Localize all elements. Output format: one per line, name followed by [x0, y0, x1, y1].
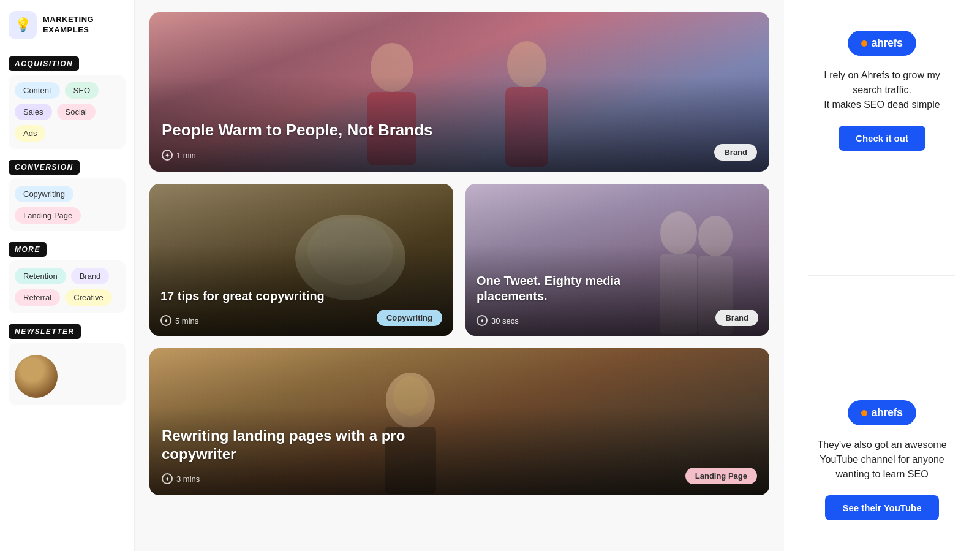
ad-description-1: I rely on Ahrefs to grow my search traff… [809, 68, 956, 112]
tag-brand[interactable]: Brand [71, 268, 110, 284]
feed: ✦ 1 min People Warm to People, Not Brand… [135, 0, 784, 551]
ahrefs-logo-1: ahrefs [848, 31, 916, 56]
time-icon-1: ✦ [162, 150, 173, 161]
card-2-time-area: ✦ 5 mins [160, 315, 198, 326]
ad-button-2[interactable]: See their YouTube [825, 495, 938, 520]
ahrefs-logo-2: ahrefs [848, 400, 916, 425]
card-3-badge[interactable]: Brand [715, 310, 758, 326]
section-more: MORE Retention Brand Referral Creative [9, 240, 126, 316]
ahrefs-name-2: ahrefs [871, 406, 902, 419]
card-people-warm[interactable]: ✦ 1 min People Warm to People, Not Brand… [149, 12, 769, 172]
ad-button-1[interactable]: Check it out [839, 126, 925, 151]
conversion-tags: Copywriting Landing Page [9, 178, 126, 231]
section-label-more: MORE [9, 242, 47, 257]
card-1-time: 1 min [176, 151, 196, 160]
card-4-time: 3 mins [176, 474, 200, 484]
tag-referral[interactable]: Referral [15, 289, 60, 306]
ahrefs-pill-1: ahrefs [848, 31, 916, 56]
sidebar: 💡 MARKETING EXAMPLES ACQUISITION Content… [0, 0, 135, 551]
card-2-title-pos: 17 tips for great copywriting [160, 289, 325, 304]
section-acquisition: ACQUISITION Content SEO Sales Social Ads [9, 54, 126, 151]
card-2-badge[interactable]: Copywriting [377, 310, 442, 326]
card-4-title-pos: Rewriting landing pages with a pro copyw… [162, 427, 419, 463]
time-icon-2: ✦ [160, 315, 172, 326]
card-2-time: 5 mins [175, 316, 198, 325]
ad-block-1: ahrefs I rely on Ahrefs to grow my searc… [796, 12, 968, 169]
card-1-title: People Warm to People, Not Brands [162, 120, 433, 140]
card-1-title-center: People Warm to People, Not Brands [162, 120, 433, 140]
card-4-time-area: ✦ 3 mins [162, 473, 200, 484]
ahrefs-dot-2 [861, 410, 867, 416]
ad-block-2: ahrefs They've also got an awesome YouTu… [796, 382, 968, 539]
ahrefs-pill-2: ahrefs [848, 400, 916, 425]
ahrefs-name-1: ahrefs [871, 37, 902, 50]
card-1-time-area: ✦ 1 min [162, 150, 196, 161]
card-rewriting[interactable]: ✦ 3 mins Rewriting landing pages with a … [149, 348, 769, 495]
card-row-2: ✦ 5 mins 17 tips for great copywriting C… [149, 184, 769, 336]
tag-seo[interactable]: SEO [65, 82, 99, 99]
time-icon-4: ✦ [162, 473, 173, 484]
section-label-conversion: CONVERSION [9, 160, 80, 175]
tag-landing-page[interactable]: Landing Page [15, 207, 81, 224]
tag-retention[interactable]: Retention [15, 268, 66, 284]
tag-creative[interactable]: Creative [65, 289, 111, 306]
card-tweet[interactable]: ✦ 30 secs One Tweet. Eighty media placem… [466, 184, 769, 336]
card-copywriting[interactable]: ✦ 5 mins 17 tips for great copywriting C… [149, 184, 453, 336]
logo-icon: 💡 [9, 11, 37, 39]
card-3-time-area: ✦ 30 secs [477, 315, 519, 326]
ahrefs-dot-1 [861, 40, 867, 47]
card-3-time: 30 secs [491, 316, 519, 325]
card-3-title: One Tweet. Eighty media placements. [477, 273, 648, 304]
card-3-title-pos: One Tweet. Eighty media placements. [477, 273, 648, 304]
card-1-badge[interactable]: Brand [714, 144, 757, 161]
card-4-badge[interactable]: Landing Page [685, 468, 757, 484]
logo-text: MARKETING EXAMPLES [43, 15, 94, 36]
logo-area: 💡 MARKETING EXAMPLES [9, 11, 126, 39]
logo-emoji: 💡 [15, 17, 31, 33]
section-label-newsletter: NEWSLETTER [9, 324, 81, 339]
time-icon-3: ✦ [477, 315, 488, 326]
acquisition-tags: Content SEO Sales Social Ads [9, 75, 126, 149]
ad-panel: ahrefs I rely on Ahrefs to grow my searc… [784, 0, 980, 551]
more-tags: Retention Brand Referral Creative [9, 260, 126, 313]
card-2-title: 17 tips for great copywriting [160, 289, 325, 304]
section-label-acquisition: ACQUISITION [9, 56, 79, 71]
tag-content[interactable]: Content [15, 82, 60, 99]
ad-divider [809, 275, 956, 276]
main-content: ✦ 1 min People Warm to People, Not Brand… [135, 0, 980, 551]
newsletter-avatar [15, 355, 58, 398]
tag-copywriting[interactable]: Copywriting [15, 186, 74, 202]
tag-social[interactable]: Social [57, 104, 96, 120]
card-4-title: Rewriting landing pages with a pro copyw… [162, 427, 419, 463]
section-newsletter: NEWSLETTER [9, 322, 126, 408]
tag-ads[interactable]: Ads [15, 125, 45, 142]
section-conversion: CONVERSION Copywriting Landing Page [9, 158, 126, 234]
ad-description-2: They've also got an awesome YouTube chan… [809, 438, 956, 482]
newsletter-tags [9, 343, 126, 405]
tag-sales[interactable]: Sales [15, 104, 52, 120]
